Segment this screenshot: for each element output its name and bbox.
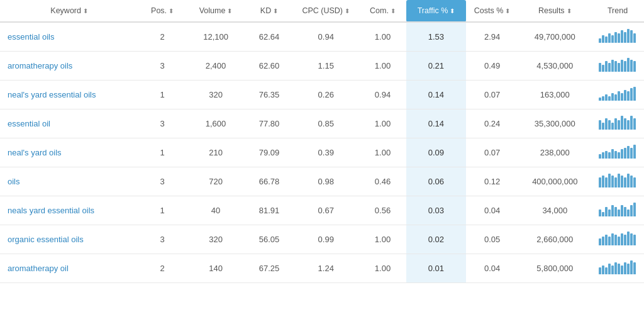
col-header-volume[interactable]: Volume⬍ (186, 0, 245, 22)
results-cell: 34,000 (519, 196, 591, 225)
trend-bar (618, 63, 620, 72)
com-cell: 1.00 (359, 52, 407, 81)
col-header-results[interactable]: Results⬍ (519, 0, 591, 22)
com-cell: 1.00 (359, 254, 407, 283)
trend-bar (602, 123, 604, 130)
trend-bar (621, 116, 623, 130)
pos-cell: 1 (138, 196, 186, 225)
trend-bar (611, 205, 614, 216)
keyword-cell: aromatherapy oil (0, 254, 138, 283)
col-header-pos[interactable]: Pos.⬍ (138, 0, 186, 22)
col-label-kd: KD (260, 6, 271, 15)
keyword-link[interactable]: essential oil (8, 119, 50, 128)
keyword-link[interactable]: organic essential oils (8, 235, 84, 244)
trend-bar (624, 118, 626, 130)
trend-bar (599, 238, 601, 245)
trend-bar (624, 90, 626, 101)
table-row: neal's yard essential oils132076.350.260… (0, 81, 644, 109)
trend-bar (624, 32, 626, 43)
costs-cell: 0.49 (466, 52, 519, 81)
volume-cell: 320 (186, 81, 245, 109)
trend-bars (599, 145, 636, 159)
trend-bar (618, 33, 620, 43)
table-row: neal's yard oils121079.090.391.000.090.0… (0, 138, 644, 167)
trend-bar (608, 152, 611, 159)
costs-cell: 0.05 (466, 225, 519, 254)
keyword-link[interactable]: oils (8, 177, 20, 186)
results-cell: 5,800,000 (519, 254, 591, 283)
com-cell: 1.00 (359, 138, 407, 167)
sort-icon-costs: ⬍ (505, 8, 510, 14)
pos-cell: 3 (138, 52, 186, 81)
trend-bar (633, 262, 636, 274)
trend-bar (611, 123, 614, 130)
col-header-trend[interactable]: Trend (591, 0, 644, 22)
sort-icon-results: ⬍ (567, 8, 572, 14)
costs-cell: 0.04 (466, 254, 519, 283)
kd-cell: 79.09 (245, 138, 293, 167)
trend-bars (599, 232, 636, 245)
col-header-traffic[interactable]: Traffic %⬍ (406, 0, 465, 22)
trend-bar (627, 146, 630, 159)
table-row: essential oil31,60077.800.851.000.140.24… (0, 109, 644, 138)
traffic-cell: 0.14 (406, 109, 465, 138)
trend-bar (621, 176, 623, 187)
trend-bar (621, 93, 623, 101)
trend-bar (605, 61, 608, 72)
trend-bar (627, 232, 630, 245)
trend-bar (611, 93, 614, 101)
trend-bar (608, 96, 611, 101)
traffic-cell: 0.09 (406, 138, 465, 167)
keyword-link[interactable]: aromatherapy oil (8, 264, 69, 273)
trend-bar (621, 60, 623, 72)
keyword-link[interactable]: neal's yard oils (8, 148, 62, 157)
traffic-cell: 0.02 (406, 225, 465, 254)
col-header-kd[interactable]: KD⬍ (245, 0, 293, 22)
trend-bar (618, 91, 620, 101)
costs-cell: 0.07 (466, 81, 519, 109)
keyword-link[interactable]: neal's yard essential oils (8, 90, 96, 99)
trend-bar (605, 235, 608, 245)
trend-bar (608, 174, 611, 187)
trend-bar (608, 33, 611, 43)
col-header-cpc[interactable]: CPC (USD)⬍ (293, 0, 359, 22)
pos-cell: 3 (138, 109, 186, 138)
trend-bar (602, 152, 604, 159)
traffic-cell: 0.21 (406, 52, 465, 81)
keyword-link[interactable]: aromatherapy oils (8, 61, 72, 70)
table-row: aromatherapy oils32,40062.601.151.000.21… (0, 52, 644, 81)
trend-cell (591, 225, 644, 254)
keyword-link[interactable]: essential oils (8, 32, 54, 42)
table-row: organic essential oils332056.050.991.000… (0, 225, 644, 254)
trend-bar (614, 32, 617, 43)
trend-bar (621, 30, 623, 43)
trend-bar (614, 207, 617, 216)
traffic-cell: 0.06 (406, 167, 465, 196)
traffic-cell: 0.14 (406, 81, 465, 109)
keyword-cell: essential oils (0, 22, 138, 52)
keyword-cell: oils (0, 167, 138, 196)
trend-bar (633, 177, 636, 187)
col-header-com[interactable]: Com.⬍ (359, 0, 407, 22)
trend-bar (618, 152, 620, 159)
com-cell: 0.56 (359, 196, 407, 225)
trend-bar (605, 94, 608, 101)
volume-cell: 210 (186, 138, 245, 167)
col-header-keyword[interactable]: Keyword⬍ (0, 0, 138, 22)
trend-bar (614, 235, 617, 245)
volume-cell: 320 (186, 225, 245, 254)
trend-bar (611, 265, 614, 274)
trend-bar (633, 87, 636, 101)
col-label-traffic: Traffic % (418, 6, 448, 15)
trend-bar (621, 205, 623, 216)
trend-bar (599, 120, 601, 130)
sort-icon-cpc: ⬍ (345, 8, 350, 14)
trend-bar (605, 177, 608, 187)
col-label-trend: Trend (608, 6, 628, 15)
trend-bar (618, 174, 620, 187)
cpc-cell: 0.39 (293, 138, 359, 167)
keyword-link[interactable]: neals yard essential oils (8, 206, 94, 215)
trend-bar (627, 120, 630, 130)
col-header-costs[interactable]: Costs %⬍ (466, 0, 519, 22)
cpc-cell: 0.98 (293, 167, 359, 196)
